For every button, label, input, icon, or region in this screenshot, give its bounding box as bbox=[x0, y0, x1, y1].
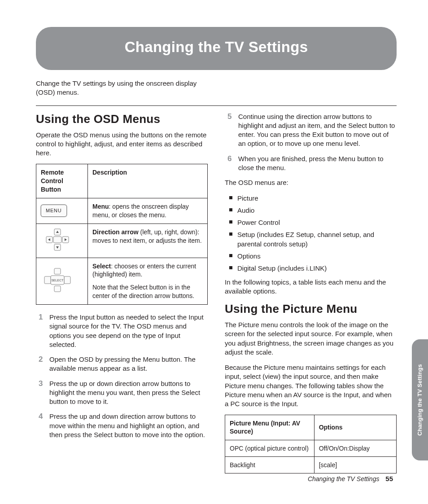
menu-button-icon: MENU bbox=[41, 205, 67, 217]
table-row: Direction arrow (left, up, right, down):… bbox=[36, 224, 208, 258]
list-item: Continue using the direction arrow butto… bbox=[225, 112, 397, 149]
list-item: Press the up or down direction arrow but… bbox=[36, 379, 208, 407]
list-item: Setup (includes EZ Setup, channel setup,… bbox=[225, 230, 397, 250]
list-item: Picture bbox=[225, 193, 397, 203]
svg-rect-4 bbox=[53, 237, 61, 243]
footer-title: Changing the TV Settings bbox=[308, 475, 380, 482]
heading-picture-menu: Using the Picture Menu bbox=[225, 302, 397, 316]
chapter-intro: Change the TV settings by using the onsc… bbox=[36, 79, 211, 97]
table-row: Backlight [scale] bbox=[225, 456, 397, 473]
table-row: SELECT Select: chooses or enters the cur… bbox=[36, 258, 208, 305]
chapter-title: Changing the TV Settings bbox=[36, 39, 397, 56]
divider bbox=[36, 105, 397, 106]
menus-intro: The OSD menus are: bbox=[225, 178, 397, 187]
right-column: Continue using the direction arrow butto… bbox=[225, 112, 397, 474]
svg-rect-11 bbox=[44, 276, 51, 284]
table-row: OPC (optical picture control) Off/On/On:… bbox=[225, 440, 397, 456]
th-description: Description bbox=[88, 164, 208, 198]
osd-intro: Operate the OSD menus using the buttons … bbox=[36, 131, 208, 158]
osd-menu-list: Picture Audio Power Control Setup (inclu… bbox=[225, 193, 397, 273]
svg-rect-9 bbox=[54, 268, 61, 274]
list-item: Options bbox=[225, 251, 397, 261]
after-menus-text: In the following topics, a table lists e… bbox=[225, 278, 397, 296]
desc-select: Select: chooses or enters the current (h… bbox=[88, 258, 208, 305]
picture-p1: The Picture menu controls the look of th… bbox=[225, 320, 397, 357]
th-remote-button: Remote Control Button bbox=[36, 164, 88, 198]
chapter-banner: Changing the TV Settings bbox=[36, 27, 397, 70]
select-button-icon: SELECT bbox=[41, 267, 74, 293]
desc-menu: Menu: opens the onscreen display menu, o… bbox=[88, 198, 208, 224]
list-item: Press the Input button as needed to sele… bbox=[36, 313, 208, 349]
page-number: 55 bbox=[385, 475, 393, 482]
steps-5-6: Continue using the direction arrow butto… bbox=[225, 112, 397, 173]
picture-menu-table: Picture Menu (Input: AV Source) Options … bbox=[225, 415, 397, 473]
desc-direction: Direction arrow (left, up, right, down):… bbox=[88, 224, 208, 258]
list-item: Digital Setup (includes i.LINK) bbox=[225, 263, 397, 273]
svg-rect-12 bbox=[64, 276, 70, 284]
heading-osd-menus: Using the OSD Menus bbox=[36, 112, 208, 126]
svg-rect-10 bbox=[54, 286, 61, 292]
svg-text:SELECT: SELECT bbox=[51, 279, 64, 282]
list-item: Press the up and down direction arrow bu… bbox=[36, 412, 208, 439]
list-item: Power Control bbox=[225, 218, 397, 228]
left-column: Using the OSD Menus Operate the OSD menu… bbox=[36, 112, 208, 474]
list-item: When you are finished, press the Menu bu… bbox=[225, 154, 397, 173]
list-item: Open the OSD by pressing the Menu button… bbox=[36, 355, 208, 373]
th-options: Options bbox=[314, 415, 396, 440]
page-footer: Changing the TV Settings 55 bbox=[308, 475, 393, 482]
th-picture-menu: Picture Menu (Input: AV Source) bbox=[225, 415, 314, 440]
list-item: Audio bbox=[225, 206, 397, 215]
picture-p2: Because the Picture menu maintains setti… bbox=[225, 363, 397, 408]
remote-control-table: Remote Control Button Description MENU M… bbox=[36, 164, 208, 305]
table-row: MENU Menu: opens the onscreen display me… bbox=[36, 198, 208, 224]
side-tab: Changing the TV Settings bbox=[412, 339, 428, 460]
steps-1-4: Press the Input button as needed to sele… bbox=[36, 313, 208, 439]
side-tab-label: Changing the TV Settings bbox=[417, 364, 423, 435]
direction-arrow-icon bbox=[41, 228, 74, 251]
